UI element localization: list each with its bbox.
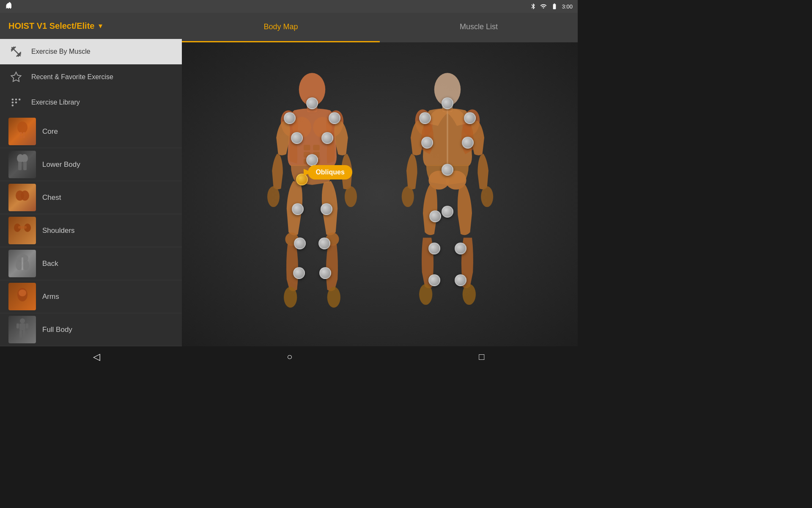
pin-left-hip[interactable]: [292, 203, 304, 215]
svg-point-22: [16, 260, 22, 270]
svg-point-5: [15, 102, 17, 104]
home-button[interactable]: ○: [278, 348, 301, 366]
muscle-item-shoulders[interactable]: Shoulders: [0, 214, 182, 247]
muscle-item-lower-body[interactable]: Lower Body: [0, 148, 182, 181]
exercise-library-label: Exercise Library: [31, 99, 80, 106]
pin-back-center[interactable]: [442, 164, 453, 176]
sidebar-title: HOIST V1 Select/Elite: [8, 21, 94, 31]
svg-rect-9: [23, 132, 25, 135]
wifi-icon: [540, 3, 547, 10]
muscle-item-core[interactable]: Core: [0, 115, 182, 148]
pin-back-neck[interactable]: [442, 97, 453, 109]
dropdown-arrow-icon[interactable]: ▾: [99, 21, 102, 30]
svg-point-23: [22, 260, 29, 270]
svg-point-1: [12, 99, 14, 101]
svg-point-37: [267, 186, 280, 207]
pin-back-right-calf[interactable]: [455, 274, 466, 286]
pin-left-shoulder[interactable]: [284, 112, 296, 124]
svg-point-7: [17, 121, 27, 133]
pin-left-chest[interactable]: [291, 132, 303, 144]
recent-apps-button[interactable]: □: [470, 348, 493, 366]
muscle-item-full-body[interactable]: Full Body: [0, 313, 182, 346]
tab-muscle-list[interactable]: Muscle List: [380, 13, 578, 42]
pin-back-left-shoulder[interactable]: [419, 112, 431, 124]
pin-back-left-trap[interactable]: [421, 137, 433, 149]
pin-back-left-calf[interactable]: [428, 274, 440, 286]
pin-back-right-shoulder[interactable]: [464, 112, 476, 124]
pin-left-knee[interactable]: [293, 267, 305, 279]
back-button[interactable]: ◁: [85, 348, 109, 366]
pin-right-chest[interactable]: [321, 132, 333, 144]
core-label: Core: [42, 127, 58, 136]
svg-rect-15: [23, 162, 27, 170]
svg-point-26: [19, 290, 26, 296]
status-bar: 3:00: [0, 0, 578, 13]
svg-rect-8: [20, 132, 22, 135]
recent-favorite-label: Recent & Favorite Exercise: [31, 73, 113, 81]
svg-point-61: [463, 284, 476, 305]
shoulders-thumbnail: [8, 217, 36, 244]
sidebar-header[interactable]: HOIST V1 Select/Elite ▾: [0, 13, 182, 39]
arms-thumbnail: [8, 283, 36, 310]
svg-point-27: [20, 318, 25, 323]
svg-rect-32: [23, 330, 25, 338]
pin-right-knee[interactable]: [319, 267, 331, 279]
pin-neck[interactable]: [306, 97, 318, 109]
pin-back-left-glute[interactable]: [429, 210, 441, 222]
back-body-figure: [397, 72, 498, 317]
chest-label: Chest: [42, 193, 61, 202]
front-body-figure: Obliques: [261, 72, 363, 317]
arms-label: Arms: [42, 293, 59, 301]
svg-rect-39: [304, 145, 310, 150]
bluetooth-icon: [530, 3, 537, 10]
tab-body-map[interactable]: Body Map: [182, 13, 380, 42]
pin-right-quad[interactable]: [318, 237, 330, 249]
svg-point-13: [21, 154, 28, 163]
body-map-area: Obliques: [182, 42, 578, 346]
svg-marker-0: [11, 72, 21, 81]
svg-point-55: [402, 186, 414, 207]
library-icon: [8, 95, 24, 110]
star-icon: [8, 69, 24, 85]
nav-exercise-library[interactable]: Exercise Library: [0, 90, 182, 115]
status-bar-right: 3:00: [530, 3, 573, 10]
svg-rect-40: [313, 145, 320, 150]
nav-exercise-by-muscle[interactable]: Exercise By Muscle: [0, 39, 182, 64]
svg-rect-28: [19, 323, 25, 330]
svg-rect-11: [23, 135, 25, 138]
svg-point-38: [345, 186, 357, 207]
muscle-item-back[interactable]: Back: [0, 247, 182, 280]
pin-back-glute[interactable]: [442, 206, 453, 218]
nav-recent-favorite[interactable]: Recent & Favorite Exercise: [0, 64, 182, 90]
svg-rect-31: [19, 330, 22, 338]
lower-body-label: Lower Body: [42, 160, 80, 169]
tabs-bar: Body Map Muscle List: [182, 13, 578, 42]
status-bar-left: [5, 2, 14, 11]
pin-right-hip[interactable]: [321, 203, 332, 215]
back-label: Back: [42, 260, 58, 268]
sidebar: HOIST V1 Select/Elite ▾ Exercise By Musc…: [0, 13, 182, 346]
svg-point-17: [21, 190, 29, 201]
svg-rect-24: [22, 257, 23, 270]
shoulders-label: Shoulders: [42, 226, 75, 235]
svg-rect-29: [16, 323, 19, 329]
pin-back-right-ham[interactable]: [455, 243, 466, 254]
obliques-label: Obliques: [315, 168, 344, 176]
core-thumbnail: [8, 118, 36, 145]
pin-right-shoulder[interactable]: [329, 112, 340, 124]
time-display: 3:00: [562, 3, 573, 10]
pin-back-left-ham[interactable]: [428, 243, 440, 254]
muscle-item-arms[interactable]: Arms: [0, 280, 182, 313]
pin-obliques[interactable]: [296, 174, 308, 185]
back-thumbnail: [8, 250, 36, 277]
svg-rect-20: [18, 226, 27, 229]
pin-left-quad[interactable]: [294, 237, 306, 249]
muscle-item-chest[interactable]: Chest: [0, 181, 182, 214]
svg-rect-30: [26, 323, 28, 329]
svg-point-47: [284, 287, 297, 308]
full-body-label: Full Body: [42, 326, 72, 334]
obliques-tooltip[interactable]: Obliques: [308, 165, 352, 179]
pin-back-right-trap[interactable]: [462, 137, 474, 149]
bodies-container: Obliques: [182, 42, 578, 346]
pin-center-abs[interactable]: [306, 154, 318, 166]
